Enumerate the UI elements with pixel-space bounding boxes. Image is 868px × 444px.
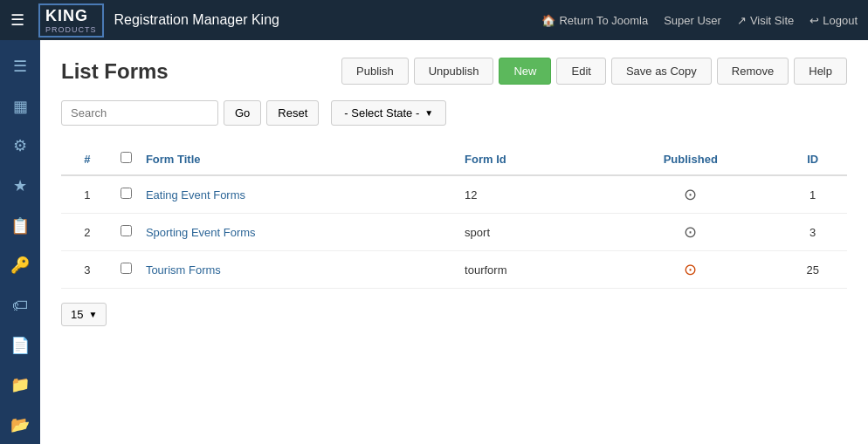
chevron-down-icon: ▼	[424, 108, 433, 118]
published-icon[interactable]: ⊙	[684, 186, 697, 203]
row-id: 25	[778, 251, 847, 289]
sidebar-item-tags[interactable]: 🏷	[0, 286, 40, 324]
row-id: 1	[778, 175, 847, 214]
page-title: List Forms	[61, 59, 169, 84]
row-published: ⊙	[603, 251, 778, 289]
publish-button[interactable]: Publish	[341, 58, 409, 85]
external-link-icon: ↗	[737, 14, 747, 27]
top-nav-links: 🏠 Return To Joomla Super User ↗ Visit Si…	[541, 14, 858, 27]
main-layout: ☰ ▦ ⚙ ★ 📋 🔑 🏷 📄 📁 📂	[0, 40, 868, 444]
row-checkbox[interactable]	[121, 263, 132, 274]
row-published: ⊙	[603, 175, 778, 214]
hamburger-icon[interactable]: ☰	[10, 10, 24, 30]
row-checkbox[interactable]	[121, 188, 132, 199]
sidebar-item-favorites[interactable]: ★	[0, 167, 40, 205]
unpublish-button[interactable]: Unpublish	[414, 58, 494, 85]
col-published: Published	[603, 143, 778, 175]
logout-icon: ↩	[809, 14, 819, 27]
visit-site-link[interactable]: ↗ Visit Site	[737, 14, 794, 27]
logo-text: KING	[45, 7, 88, 24]
return-to-joomla-link[interactable]: 🏠 Return To Joomla	[541, 14, 648, 27]
sidebar-item-reports[interactable]: 📋	[0, 207, 40, 245]
page-header: List Forms Publish Unpublish New Edit Sa…	[61, 58, 847, 85]
folder-icon: 📁	[10, 375, 30, 394]
folder2-icon: 📂	[10, 415, 30, 434]
row-title: Tourism Forms	[139, 251, 458, 289]
logo-sub: PRODUCTS	[45, 25, 97, 34]
forms-table: # Form Title Form Id Published ID 1 Eati…	[61, 143, 847, 289]
sidebar-item-security[interactable]: 🔑	[0, 247, 40, 285]
remove-button[interactable]: Remove	[717, 58, 789, 85]
row-num: 1	[61, 175, 114, 214]
unpublished-icon[interactable]: ⊙	[684, 261, 697, 278]
form-title-link[interactable]: Tourism Forms	[146, 263, 221, 277]
row-published: ⊙	[603, 214, 778, 251]
search-input[interactable]	[61, 100, 218, 126]
sidebar: ☰ ▦ ⚙ ★ 📋 🔑 🏷 📄 📁 📂	[0, 40, 40, 444]
pagination-row: 15 ▼	[61, 303, 847, 326]
col-num: #	[61, 143, 114, 175]
row-form-id: tourform	[458, 251, 603, 289]
doc-icon: 📄	[10, 336, 30, 355]
star-icon: ★	[13, 176, 27, 195]
logo-box: KING PRODUCTS	[38, 3, 104, 38]
search-bar: Go Reset - Select State - ▼	[61, 100, 847, 126]
row-checkbox[interactable]	[121, 225, 132, 236]
per-page-chevron-icon: ▼	[88, 310, 97, 319]
gear-icon: ⚙	[13, 136, 27, 155]
clipboard-icon: 📋	[10, 216, 30, 236]
go-button[interactable]: Go	[224, 100, 261, 126]
toolbar: Publish Unpublish New Edit Save as Copy …	[341, 58, 847, 85]
row-title: Eating Event Forms	[139, 175, 458, 214]
logo-area: KING PRODUCTS Registration Manager King	[38, 3, 279, 38]
per-page-select[interactable]: 15 ▼	[61, 303, 107, 326]
form-title-link[interactable]: Eating Event Forms	[146, 188, 245, 202]
row-title: Sporting Event Forms	[139, 214, 458, 251]
content-area: List Forms Publish Unpublish New Edit Sa…	[40, 40, 868, 444]
table-row: 1 Eating Event Forms 12 ⊙ 1	[61, 175, 847, 214]
user-label: Super User	[664, 14, 721, 27]
app-title: Registration Manager King	[114, 12, 279, 28]
menu-bars-icon: ☰	[13, 57, 27, 76]
bar-chart-icon: ▦	[13, 97, 28, 116]
sidebar-item-settings[interactable]: ⚙	[0, 126, 40, 165]
select-all-checkbox[interactable]	[121, 152, 132, 163]
table-header-row: # Form Title Form Id Published ID	[61, 143, 847, 175]
edit-button[interactable]: Edit	[556, 58, 605, 85]
table-row: 3 Tourism Forms tourform ⊙ 25	[61, 251, 847, 289]
row-form-id: 12	[458, 175, 603, 214]
home-icon: 🏠	[541, 14, 555, 27]
tag-icon: 🏷	[12, 297, 28, 315]
form-title-link[interactable]: Sporting Event Forms	[146, 226, 256, 239]
col-form-title: Form Title	[139, 143, 458, 175]
row-checkbox-cell	[114, 175, 139, 214]
col-form-id: Form Id	[458, 143, 603, 175]
save-as-copy-button[interactable]: Save as Copy	[611, 58, 712, 85]
sidebar-item-chart[interactable]: ▦	[0, 87, 40, 126]
col-checkbox	[114, 143, 139, 175]
new-button[interactable]: New	[499, 58, 551, 85]
col-id: ID	[778, 143, 847, 175]
row-checkbox-cell	[114, 214, 139, 251]
help-button[interactable]: Help	[794, 58, 847, 85]
sidebar-item-folder2[interactable]: 📂	[0, 406, 40, 444]
row-checkbox-cell	[114, 251, 139, 289]
row-num: 2	[61, 214, 114, 251]
logout-link[interactable]: ↩ Logout	[809, 14, 858, 27]
row-form-id: sport	[458, 214, 603, 251]
reset-button[interactable]: Reset	[266, 100, 319, 126]
lock-icon: 🔑	[10, 256, 30, 275]
top-nav: ☰ KING PRODUCTS Registration Manager Kin…	[0, 0, 868, 40]
per-page-value: 15	[71, 308, 83, 321]
sidebar-item-folder1[interactable]: 📁	[0, 366, 40, 405]
published-icon[interactable]: ⊙	[684, 223, 697, 241]
sidebar-item-menu[interactable]: ☰	[0, 47, 40, 85]
row-id: 3	[778, 214, 847, 251]
row-num: 3	[61, 251, 114, 289]
table-row: 2 Sporting Event Forms sport ⊙ 3	[61, 214, 847, 251]
select-state-label: - Select State -	[344, 106, 419, 120]
select-state-dropdown[interactable]: - Select State - ▼	[331, 100, 446, 126]
sidebar-item-docs[interactable]: 📄	[0, 326, 40, 365]
